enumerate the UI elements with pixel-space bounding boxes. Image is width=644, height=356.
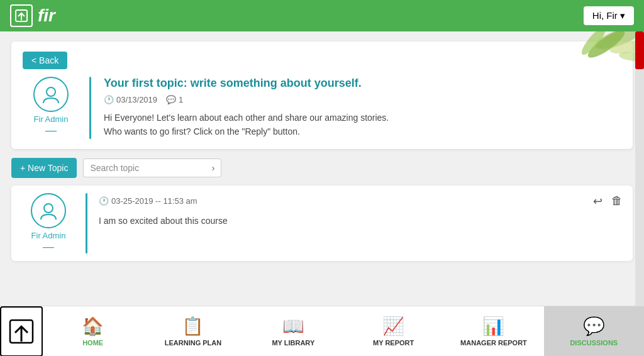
reply-timestamp: 🕐 03-25-2019 -- 11:53 am (99, 196, 197, 206)
nav-discussions[interactable]: 💬 DISCUSSIONS (544, 306, 644, 356)
new-topic-button[interactable]: + New Topic (11, 158, 77, 178)
search-arrow-icon: › (212, 163, 215, 173)
manager-report-icon: 📊 (482, 316, 504, 337)
topic-date: 🕐 03/13/2019 (104, 95, 157, 104)
topic-card: < Back Fir Admin — Your first topic: wri… (11, 42, 633, 149)
nav-my-library-label: MY LIBRARY (272, 339, 314, 347)
reply-clock-icon: 🕐 (99, 196, 109, 206)
reply-button[interactable]: ↩ (592, 193, 604, 209)
topic-body-text: Hi Everyone! Let's learn about each othe… (104, 111, 621, 139)
nav-learning-plan-label: LEARNING PLAN (165, 339, 221, 347)
nav-manager-report-label: MANAGER REPORT (460, 339, 527, 347)
nav-my-report-label: MY REPORT (373, 339, 414, 347)
my-library-icon: 📖 (282, 316, 304, 337)
reply-border (86, 193, 87, 253)
reply-author-name: Fir Admin (31, 231, 66, 240)
topic-border (89, 77, 91, 139)
nav-home[interactable]: 🏠 HOME (43, 306, 143, 356)
search-topic-placeholder: Search topic (90, 163, 139, 173)
svg-point-7 (47, 87, 55, 96)
svg-point-8 (44, 204, 53, 213)
discussions-icon: 💬 (583, 316, 605, 337)
nav-discussions-label: DISCUSSIONS (570, 339, 618, 347)
author-name: Fir Admin (34, 114, 69, 124)
delete-reply-button[interactable]: 🗑 (610, 193, 624, 209)
reply-author-avatar (31, 193, 66, 228)
logo-icon (10, 4, 33, 27)
reply-content-area: Fir Admin — 🕐 03-25-2019 -- 11:53 am ↩ 🗑… (20, 193, 624, 253)
reply-author-section: Fir Admin — (20, 193, 77, 253)
reply-meta-row: 🕐 03-25-2019 -- 11:53 am ↩ 🗑 (99, 193, 624, 209)
reply-actions: ↩ 🗑 (592, 193, 624, 209)
search-topic-box[interactable]: Search topic › (83, 159, 221, 177)
user-menu-button[interactable]: Hi, Fir ▾ (584, 6, 634, 25)
learning-plan-icon: 📋 (182, 316, 204, 337)
top-nav: fir Hi, Fir ▾ (0, 0, 644, 31)
topic-title: Your first topic: write something about … (104, 77, 621, 90)
nav-my-report[interactable]: 📈 MY REPORT (343, 306, 443, 356)
scrollbar-track[interactable] (635, 31, 644, 306)
bottom-nav: 🏠 HOME 📋 LEARNING PLAN 📖 MY LIBRARY 📈 MY… (0, 306, 644, 356)
nav-learning-plan[interactable]: 📋 LEARNING PLAN (143, 306, 243, 356)
comment-icon: 💬 (166, 95, 176, 104)
author-dash: — (45, 124, 57, 137)
nav-my-library[interactable]: 📖 MY LIBRARY (243, 306, 343, 356)
nav-manager-report[interactable]: 📊 MANAGER REPORT (443, 306, 543, 356)
toolbar-row: + New Topic Search topic › (11, 158, 633, 178)
back-button[interactable]: < Back (23, 52, 67, 69)
topic-comments: 💬 1 (166, 95, 183, 104)
author-avatar (33, 77, 69, 112)
scrollbar-thumb[interactable] (635, 31, 644, 69)
clock-icon: 🕐 (104, 95, 114, 104)
nav-home-label: HOME (82, 339, 103, 347)
my-report-icon: 📈 (382, 316, 404, 337)
author-avatar-section: Fir Admin — (23, 77, 79, 139)
topic-content-area: Fir Admin — Your first topic: write some… (23, 77, 621, 139)
reply-body: 🕐 03-25-2019 -- 11:53 am ↩ 🗑 I am so exc… (99, 193, 624, 253)
reply-author-dash: — (43, 240, 54, 253)
nav-logo[interactable] (0, 306, 43, 356)
reply-card: Fir Admin — 🕐 03-25-2019 -- 11:53 am ↩ 🗑… (11, 186, 633, 261)
reply-text: I am so excited about this course (99, 216, 624, 226)
logo-text: fir (38, 6, 55, 26)
logo-area: fir (10, 4, 55, 27)
main-content: < Back Fir Admin — Your first topic: wri… (0, 31, 644, 306)
home-icon: 🏠 (82, 316, 104, 337)
topic-meta: 🕐 03/13/2019 💬 1 (104, 95, 621, 104)
topic-body: Your first topic: write something about … (104, 77, 621, 139)
